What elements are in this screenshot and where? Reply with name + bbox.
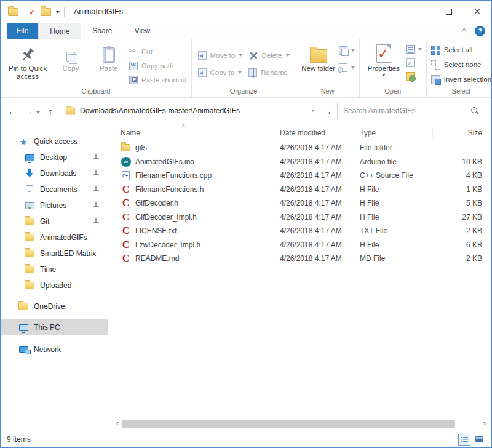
file-size: 1 KB — [433, 185, 487, 194]
file-row[interactable]: AnimatedGIFs.ino 4/26/2018 4:17 AM Ardui… — [108, 155, 491, 169]
sidebar-item-desktop[interactable]: Desktop — [1, 150, 108, 166]
sidebar-item-uploaded[interactable]: Uploaded — [1, 278, 108, 294]
file-row[interactable]: gifs 4/26/2018 4:17 AM File folder — [108, 141, 491, 155]
go-to-icon[interactable]: → — [323, 106, 332, 116]
move-to-button[interactable]: Move to — [198, 50, 243, 60]
folder-icon — [24, 234, 35, 241]
delete-button[interactable]: Delete — [248, 50, 289, 60]
file-row[interactable]: README.md 4/26/2018 4:17 AM MD File 2 KB — [108, 252, 491, 266]
chevron-down-icon — [239, 54, 242, 57]
details-view-icon — [461, 436, 468, 443]
scrollbar-thumb[interactable] — [122, 420, 455, 428]
column-header-type[interactable]: Type — [357, 127, 433, 139]
file-name: FilenameFunctions.cpp — [135, 171, 212, 180]
tab-view[interactable]: View — [123, 23, 161, 39]
move-to-icon — [198, 51, 207, 60]
tab-share[interactable]: Share — [81, 23, 123, 39]
folder-icon — [121, 143, 131, 153]
customize-toolbar-icon[interactable] — [55, 10, 60, 14]
ribbon-group-select: Select all Select none Invert selection … — [427, 39, 492, 97]
ribbon-group-clipboard: Pin to Quick access Copy Paste Cut — [1, 39, 192, 97]
file-row[interactable]: LICENSE.txt 4/26/2018 4:17 AM TXT File 2… — [108, 224, 491, 238]
sidebar-item-network[interactable]: Network — [1, 342, 108, 358]
address-path[interactable]: Downloads\AnimatedGIFs-master\AnimatedGI… — [80, 106, 307, 115]
copy-to-icon — [198, 68, 207, 77]
select-none-button[interactable]: Select none — [431, 60, 491, 70]
forward-icon[interactable]: → — [23, 106, 34, 116]
paste-button[interactable]: Paste — [91, 42, 127, 73]
properties-quick-icon[interactable] — [28, 7, 36, 17]
file-row[interactable]: LzwDecoder_Impl.h 4/26/2018 4:17 AM H Fi… — [108, 238, 491, 252]
sidebar-item-smartled-matrix[interactable]: SmartLED Matrix — [1, 246, 108, 262]
properties-button[interactable]: Properties — [364, 42, 403, 76]
tab-home[interactable]: Home — [38, 23, 81, 39]
ribbon-group-new: New folder New — [296, 39, 360, 97]
ribbon: Pin to Quick access Copy Paste Cut — [1, 39, 491, 98]
sidebar-item-animatedgifs[interactable]: AnimatedGIFs — [1, 230, 108, 246]
thumbnails-view-button[interactable] — [473, 434, 485, 446]
sidebar-item-label: Documents — [1, 185, 77, 194]
sidebar-item-documents[interactable]: Documents — [1, 182, 108, 198]
folder-icon — [24, 266, 35, 273]
copy-button[interactable]: Copy — [53, 42, 89, 73]
column-header-name[interactable]: Name — [108, 127, 277, 139]
column-header-size[interactable]: Size — [433, 127, 487, 139]
up-icon[interactable]: ↑ — [45, 106, 56, 116]
sidebar-item-downloads[interactable]: Downloads — [1, 166, 108, 182]
cut-label: Cut — [141, 48, 153, 55]
paste-shortcut-button[interactable]: Paste shortcut — [129, 75, 187, 85]
recent-locations-icon[interactable] — [36, 105, 40, 116]
scroll-left-icon[interactable]: ‹ — [113, 419, 122, 428]
invert-selection-button[interactable]: Invert selection — [431, 74, 491, 84]
file-name: GifDecoder.h — [135, 199, 178, 207]
horizontal-scrollbar[interactable]: ‹ › — [113, 419, 489, 428]
rename-button[interactable]: Rename — [248, 68, 289, 78]
copy-to-button[interactable]: Copy to — [198, 68, 243, 78]
maximize-button[interactable] — [435, 1, 463, 23]
explorer-window: AnimatedGIFs × File Home Share View ? P — [0, 0, 492, 448]
new-folder-icon — [310, 42, 327, 65]
ribbon-group-open: Properties Open — [360, 39, 427, 97]
file-row[interactable]: GifDecoder_Impl.h 4/26/2018 4:17 AM H Fi… — [108, 210, 491, 225]
sidebar-item-onedrive[interactable]: OneDrive — [1, 298, 108, 314]
delete-x-icon — [248, 51, 258, 60]
copy-path-button[interactable]: Copy path — [129, 61, 187, 71]
scrollbar-track[interactable] — [122, 419, 480, 428]
file-row[interactable]: FilenameFunctions.cpp 4/26/2018 4:17 AM … — [108, 169, 491, 183]
file-row[interactable]: FilenameFunctions.h 4/26/2018 4:17 AM H … — [108, 183, 491, 197]
new-item-button[interactable] — [339, 63, 355, 73]
open-icon — [406, 45, 415, 54]
sidebar-item-time[interactable]: Time — [1, 262, 108, 278]
scissors-icon — [129, 47, 138, 56]
column-header-date-modified[interactable]: Date modified — [277, 127, 357, 139]
address-box[interactable]: Downloads\AnimatedGIFs-master\AnimatedGI… — [61, 103, 319, 119]
scroll-right-icon[interactable]: › — [480, 419, 489, 428]
history-button[interactable] — [406, 71, 422, 81]
close-button[interactable]: × — [463, 1, 491, 23]
edit-button[interactable] — [406, 58, 422, 68]
search-icon[interactable] — [470, 106, 479, 115]
details-view-button[interactable] — [458, 434, 470, 446]
minimize-button[interactable] — [407, 1, 435, 23]
back-icon[interactable]: ← — [7, 106, 18, 116]
open-button[interactable] — [406, 44, 422, 54]
new-folder-button[interactable]: New folder — [301, 42, 336, 73]
help-icon[interactable]: ? — [475, 26, 485, 36]
cut-button[interactable]: Cut — [129, 47, 187, 57]
pushpin-icon — [21, 42, 34, 65]
pin-to-quick-access-button[interactable]: Pin to Quick access — [5, 42, 50, 81]
sidebar-item-pictures[interactable]: Pictures — [1, 198, 108, 214]
address-dropdown-icon[interactable] — [311, 110, 315, 112]
sidebar-item-quick-access[interactable]: ★ Quick access — [1, 134, 108, 150]
new-folder-quick-icon[interactable] — [41, 8, 51, 16]
chevron-down-icon — [286, 54, 290, 57]
file-row[interactable]: GifDecoder.h 4/26/2018 4:17 AM H File 5 … — [108, 196, 491, 210]
sidebar-item-git[interactable]: Git — [1, 214, 108, 230]
search-box[interactable]: Search AnimatedGIFs — [337, 103, 485, 119]
sidebar-item-this-pc[interactable]: This PC — [1, 319, 108, 335]
easy-access-button[interactable] — [339, 46, 355, 55]
collapse-ribbon-icon[interactable] — [461, 28, 467, 35]
cpp-file-icon — [121, 170, 131, 180]
tab-file[interactable]: File — [7, 23, 38, 39]
select-all-button[interactable]: Select all — [431, 45, 491, 55]
